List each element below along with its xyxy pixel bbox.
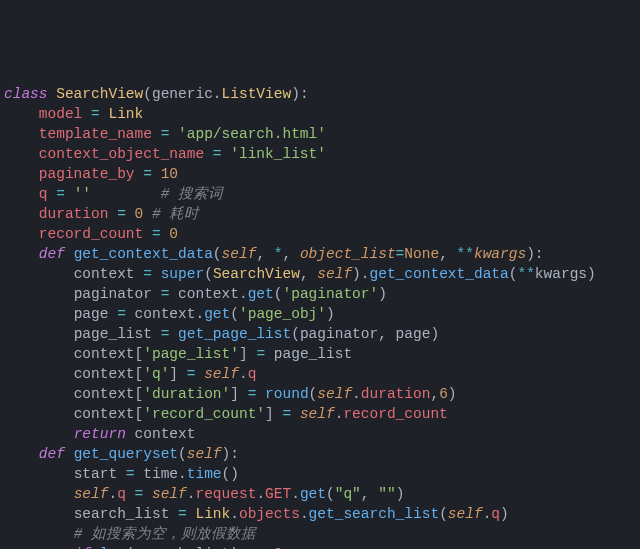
code-token: '' — [74, 186, 91, 202]
code-token: ( — [230, 306, 239, 322]
code-line: def get_queryset(self): — [4, 444, 640, 464]
code-token: get_context_data — [370, 266, 509, 282]
code-token: self — [222, 246, 257, 262]
code-token: 6 — [439, 386, 448, 402]
code-token: ): — [291, 86, 308, 102]
code-line: start = time.time() — [4, 464, 640, 484]
code-line: context['record_count'] = self.record_co… — [4, 404, 640, 424]
code-token: ): — [526, 246, 543, 262]
code-token: paginate_by — [39, 166, 143, 182]
code-token: 0 — [135, 206, 152, 222]
code-token: get — [248, 286, 274, 302]
code-token: 'page_list' — [143, 346, 239, 362]
code-line: paginate_by = 10 — [4, 164, 640, 184]
code-line: duration = 0 # 耗时 — [4, 204, 640, 224]
code-token: ] — [230, 386, 247, 402]
code-token: record_count — [39, 226, 152, 242]
code-token: = — [91, 106, 108, 122]
code-token: ) — [587, 266, 596, 282]
code-token: . — [195, 306, 204, 322]
code-token: ) — [448, 386, 457, 402]
code-token: context — [74, 266, 144, 282]
code-token: 0 — [169, 226, 178, 242]
code-token: context — [135, 306, 196, 322]
code-token: , — [439, 246, 456, 262]
code-token: def — [39, 446, 74, 462]
code-token: model — [39, 106, 91, 122]
code-token: ( — [178, 446, 187, 462]
code-token: return — [74, 426, 135, 442]
code-token: self — [317, 386, 352, 402]
code-token: self — [300, 406, 335, 422]
code-token: class — [4, 86, 56, 102]
code-token: record_count — [343, 406, 447, 422]
code-token: Link — [108, 106, 143, 122]
code-token: get_context_data — [74, 246, 213, 262]
code-token: . — [291, 486, 300, 502]
code-line: self.q = self.request.GET.get("q", "") — [4, 484, 640, 504]
code-token: 'duration' — [143, 386, 230, 402]
code-token: duration — [39, 206, 117, 222]
code-token: = — [161, 126, 178, 142]
code-token: context — [74, 406, 135, 422]
code-token: time — [143, 466, 178, 482]
code-token — [91, 186, 161, 202]
code-line: def get_context_data(self, *, object_lis… — [4, 244, 640, 264]
code-line: template_name = 'app/search.html' — [4, 124, 640, 144]
code-token: paginator — [300, 326, 378, 342]
code-token: = — [396, 246, 405, 262]
code-token: . — [239, 286, 248, 302]
code-token: context — [178, 286, 239, 302]
code-token: ( — [326, 486, 335, 502]
code-token: duration — [361, 386, 431, 402]
code-block: class SearchView(generic.ListView): mode… — [0, 80, 640, 549]
code-line: page_list = get_page_list(paginator, pag… — [4, 324, 640, 344]
code-token: self — [204, 366, 239, 382]
code-token: SearchView — [213, 266, 300, 282]
code-token: = — [248, 386, 265, 402]
code-token: object_list — [300, 246, 396, 262]
code-token: get_queryset — [74, 446, 178, 462]
code-token: 'paginator' — [282, 286, 378, 302]
code-token: self — [187, 446, 222, 462]
code-line: q = '' # 搜索词 — [4, 184, 640, 204]
code-token: ) — [378, 286, 387, 302]
code-token: . — [213, 86, 222, 102]
code-token: ( — [309, 386, 318, 402]
code-line: context['q'] = self.q — [4, 364, 640, 384]
code-token: () — [222, 466, 239, 482]
code-token: , — [378, 326, 395, 342]
code-line: class SearchView(generic.ListView): — [4, 84, 640, 104]
code-token: self — [74, 486, 109, 502]
code-line: page = context.get('page_obj') — [4, 304, 640, 324]
code-token: 'link_list' — [230, 146, 326, 162]
code-token: . — [256, 486, 265, 502]
code-line: return context — [4, 424, 640, 444]
code-token: self — [317, 266, 352, 282]
code-token: [ — [135, 366, 144, 382]
code-token: # 耗时 — [152, 206, 199, 222]
code-line: context['duration'] = round(self.duratio… — [4, 384, 640, 404]
code-token: page — [396, 326, 431, 342]
code-token: = — [152, 226, 169, 242]
code-token: get_page_list — [178, 326, 291, 342]
code-line: context_object_name = 'link_list' — [4, 144, 640, 164]
code-token: ListView — [222, 86, 292, 102]
code-token: "" — [378, 486, 395, 502]
code-token: ( — [204, 266, 213, 282]
code-token: objects — [239, 506, 300, 522]
code-line: search_list = Link.objects.get_search_li… — [4, 504, 640, 524]
code-token: template_name — [39, 126, 161, 142]
code-token: 'record_count' — [143, 406, 265, 422]
code-token: ( — [291, 326, 300, 342]
code-token: GET — [265, 486, 291, 502]
code-token: ). — [352, 266, 369, 282]
code-token: get — [204, 306, 230, 322]
code-token: ( — [439, 506, 448, 522]
code-token: ** — [457, 246, 474, 262]
code-token: request — [195, 486, 256, 502]
code-token: # 搜索词 — [161, 186, 223, 202]
code-token: . — [300, 506, 309, 522]
code-line: # 如搜索为空，则放假数据 — [4, 524, 640, 544]
code-token: context — [135, 426, 196, 442]
